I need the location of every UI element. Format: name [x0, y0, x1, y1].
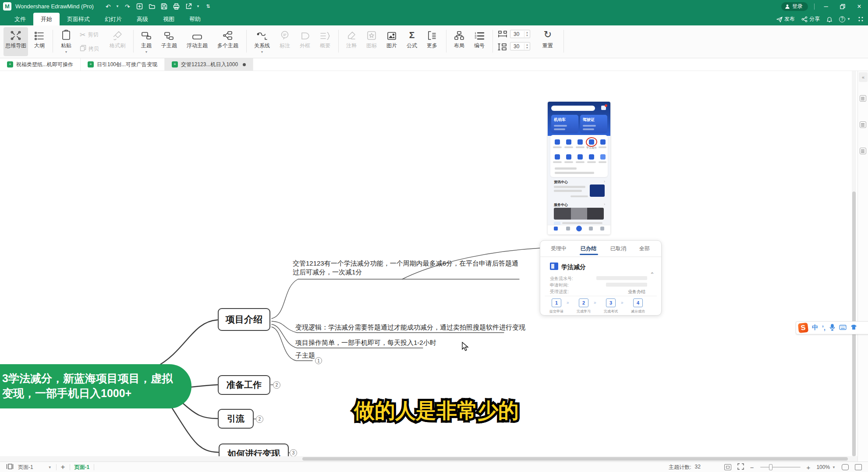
export-dropdown-caret[interactable]: ▼ — [196, 4, 201, 8]
doc-tab-2[interactable]: ≡ 日引100创...可接广告变现 — [81, 58, 165, 71]
page-tab[interactable]: 页面-1 — [74, 464, 90, 471]
multi-topic-button[interactable]: 多个主题 — [214, 27, 242, 56]
menu-view[interactable]: 视图 — [156, 13, 182, 25]
undo-button[interactable]: ↶ — [103, 2, 113, 11]
rail-panel-icon[interactable] — [860, 148, 866, 154]
add-page-button[interactable]: + — [61, 463, 65, 472]
pages-view-icon[interactable] — [6, 463, 14, 471]
collapse-badge[interactable]: 2 — [273, 381, 280, 389]
ime-punctuation-icon[interactable]: ’, — [822, 324, 825, 331]
collapse-panel-button[interactable]: « — [859, 72, 868, 82]
outline-view-button[interactable]: 大纲 — [30, 27, 49, 56]
collapse-badge[interactable]: 1 — [315, 357, 322, 364]
more-button[interactable]: 更多 — [423, 27, 441, 56]
boundary-button[interactable]: 外框 — [296, 27, 314, 56]
horizontal-scrollbar-thumb[interactable] — [302, 457, 848, 461]
subtopic-text-1[interactable]: 交管12123有一个学法减分功能，一个周期内最多减6分，在平台申请后答题通过后可… — [293, 259, 521, 277]
page-select-dropdown[interactable]: 页面-1 ▼ — [18, 464, 52, 471]
redo-button[interactable]: ↷ — [123, 2, 132, 11]
export-button[interactable] — [184, 2, 194, 11]
help-button[interactable]: ?▼ — [839, 16, 851, 22]
numbering-button[interactable]: 编号 — [471, 27, 488, 56]
topic-traffic[interactable]: 引流 — [218, 409, 254, 429]
customize-toolbar-icon[interactable]: ⇅ — [203, 2, 213, 11]
layout-button[interactable]: 布局 — [450, 27, 468, 56]
relationship-line-button[interactable]: 关系线 ▼ — [251, 27, 273, 56]
fullscreen-icon[interactable] — [737, 463, 744, 471]
format-painter-button[interactable]: 格式刷 — [106, 27, 129, 56]
subtopic-text-4[interactable]: 子主题 — [295, 351, 315, 360]
reset-button[interactable]: ↻ 重置 — [538, 27, 557, 56]
vertical-spacing-stepper[interactable]: 30 ▲▼ — [510, 42, 530, 50]
callout-button[interactable]: 标注 — [276, 27, 294, 56]
collapse-badge[interactable]: 3 — [290, 449, 297, 457]
rail-panel-icon[interactable] — [860, 121, 866, 128]
floating-topic-button[interactable]: 浮动主题 — [183, 27, 211, 56]
picture-button[interactable]: 图片 — [383, 27, 400, 56]
print-button[interactable] — [172, 2, 181, 11]
titlebar-separator — [814, 4, 815, 10]
doc-tab-3-active[interactable]: ≡ 交管12123...机日入1000 — [165, 58, 253, 71]
paste-button[interactable]: 粘贴 ▼ — [56, 27, 76, 56]
zoom-level-dropdown[interactable]: 100% ▼ — [816, 464, 836, 470]
keyboard-icon[interactable] — [839, 324, 847, 331]
reset-icon: ↻ — [544, 27, 552, 40]
copy-button[interactable]: 拷贝 — [80, 45, 99, 53]
rail-panel-icon[interactable] — [860, 95, 866, 102]
publish-button[interactable]: 发布 — [776, 15, 795, 23]
menu-advanced[interactable]: 高级 — [129, 13, 156, 25]
undo-dropdown-caret[interactable]: ▼ — [116, 4, 120, 8]
apps-grid-icon[interactable] — [858, 16, 864, 22]
cut-button[interactable]: ✂ 剪切 — [80, 31, 98, 39]
topic-preparation[interactable]: 准备工作 — [218, 375, 270, 395]
zoom-out-button[interactable]: − — [750, 464, 754, 471]
subtopic-button[interactable]: 子主题 — [158, 27, 181, 56]
menu-file[interactable]: 文件 — [7, 13, 33, 25]
icon-marker-button[interactable]: 图标 — [363, 27, 380, 56]
close-button[interactable]: × — [854, 2, 864, 11]
panel-tab-processing[interactable]: 受理中 — [551, 245, 567, 252]
fit-window-icon[interactable] — [842, 464, 849, 470]
summary-button[interactable]: 概要 — [316, 27, 334, 56]
fit-map-icon[interactable] — [724, 464, 731, 470]
zoom-slider[interactable] — [760, 467, 801, 468]
sogou-logo-icon[interactable]: S — [798, 323, 808, 333]
presentation-icon[interactable] — [855, 464, 862, 470]
subtopic-text-3[interactable]: 项目操作简单，一部手机即可，每天投入1-2小时 — [295, 339, 436, 347]
open-file-button[interactable] — [147, 2, 157, 11]
skin-icon[interactable] — [850, 324, 857, 331]
menu-help[interactable]: 帮助 — [182, 13, 208, 25]
ime-mode-toggle[interactable]: 中 — [812, 324, 818, 332]
zoom-in-button[interactable]: + — [807, 464, 811, 471]
horizontal-scrollbar[interactable] — [0, 456, 857, 461]
panel-tab-all[interactable]: 全部 — [639, 245, 650, 252]
restore-button[interactable] — [837, 2, 848, 11]
chevron-up-icon[interactable]: ⌃ — [650, 271, 655, 278]
horizontal-spacing-stepper[interactable]: 30 ▲▼ — [510, 30, 530, 38]
central-topic[interactable]: 3学法减分，新蓝海项目项目，虚拟变现，一部手机日入1000+ — [0, 364, 191, 408]
login-button[interactable]: 登录 — [781, 2, 808, 11]
panel-tab-completed[interactable]: 已办结 — [581, 245, 596, 252]
comment-button[interactable]: 注释 — [343, 27, 360, 56]
collapse-badge[interactable]: 2 — [256, 415, 263, 423]
notifications-bell-icon[interactable] — [826, 16, 833, 22]
menu-home[interactable]: 开始 — [33, 13, 60, 25]
new-file-button[interactable] — [135, 2, 145, 11]
menu-slides[interactable]: 幻灯片 — [97, 13, 129, 25]
save-button[interactable] — [159, 2, 169, 11]
subtopic-text-2[interactable]: 变现逻辑：学法减分需要答题通过才能成功减分，通过卖拍照搜题软件进行变现 — [295, 323, 525, 332]
minimize-button[interactable]: ─ — [821, 2, 831, 11]
share-button[interactable]: 分享 — [801, 15, 820, 23]
doc-tab-1[interactable]: ≡ 祝福类壁纸...机即可操作 — [0, 58, 81, 71]
formula-button[interactable]: Σ 公式 — [403, 27, 421, 56]
vertical-scrollbar[interactable] — [852, 71, 856, 461]
topic-project-intro[interactable]: 项目介绍 — [218, 308, 270, 331]
zoom-slider-thumb[interactable] — [769, 464, 772, 470]
microphone-icon[interactable] — [829, 324, 835, 332]
menu-page-style[interactable]: 页面样式 — [60, 13, 97, 25]
topic-button[interactable]: 主题 ▼ — [138, 27, 155, 56]
mindmap-view-button[interactable]: 思维导图 — [4, 27, 28, 56]
mindmap-canvas[interactable]: 3学法减分，新蓝海项目项目，虚拟变现，一部手机日入1000+ 项目介绍 准备工作… — [0, 71, 868, 461]
panel-tab-cancelled[interactable]: 已取消 — [610, 245, 626, 252]
phone-search-bar — [551, 106, 595, 111]
